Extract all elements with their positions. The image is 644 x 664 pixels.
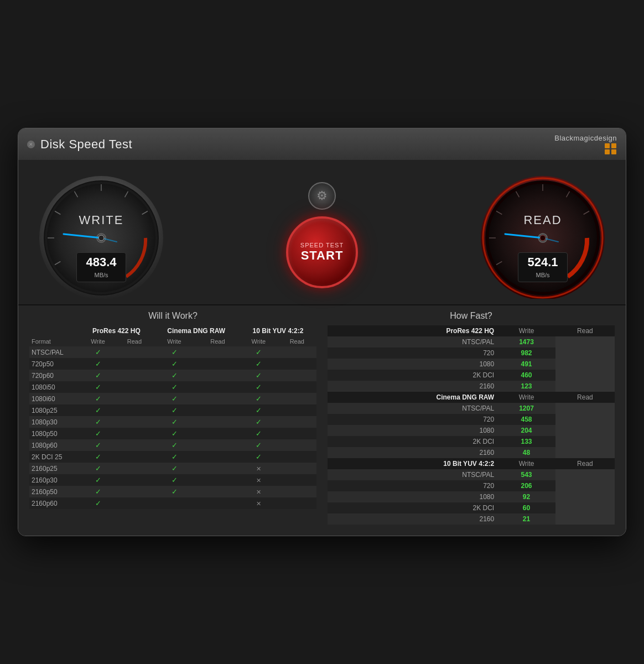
col-sub-prores-r: Read (116, 336, 153, 346)
table-row-cell: ✓ (153, 381, 195, 393)
check-icon: ✓ (95, 429, 101, 438)
how-fast-category-row: ProRes 422 HQWriteRead (328, 325, 615, 336)
check-icon: ✓ (95, 418, 101, 426)
how-fast-row: 108092 (328, 491, 615, 502)
check-icon: ✓ (256, 383, 262, 391)
table-row-cell: ✓ (240, 439, 278, 451)
how-fast-read-header: Read (555, 325, 615, 336)
how-fast-write-value: 491 (497, 359, 555, 370)
col-sub-format: Format (29, 336, 80, 346)
how-fast-format: NTSC/PAL (328, 469, 497, 480)
svg-text:WRITE: WRITE (79, 213, 124, 227)
table-format-cell: 720p50 (29, 358, 80, 370)
table-format-cell: 2160p50 (29, 486, 80, 497)
brand-squares (605, 143, 617, 154)
how-fast-write-value: 458 (497, 414, 555, 425)
how-fast-category-name: ProRes 422 HQ (328, 325, 497, 336)
table-row-cell (196, 370, 240, 381)
table-row-cell (278, 439, 316, 451)
table-row-cell: ✓ (153, 486, 195, 497)
table-row-cell (278, 346, 316, 358)
table-row-cell (196, 474, 240, 486)
how-fast-read-value (555, 347, 615, 359)
check-icon: ✓ (172, 406, 178, 414)
will-it-work-section: Will it Work? ProRes 422 HQ Cinema DNG R… (29, 311, 316, 525)
check-icon: ✓ (172, 383, 178, 391)
table-row-cell (196, 358, 240, 370)
table-format-cell: 1080p50 (29, 428, 80, 439)
how-fast-format: 2160 (328, 447, 497, 458)
check-icon: ✓ (172, 464, 178, 473)
start-button[interactable]: SPEED TEST START (286, 216, 358, 288)
how-fast-category-row: 10 Bit YUV 4:2:2WriteRead (328, 458, 615, 469)
table-row-cell: ✓ (153, 416, 195, 428)
how-fast-read-value (555, 414, 615, 425)
check-icon: ✓ (95, 348, 101, 356)
will-it-work-table: ProRes 422 HQ Cinema DNG RAW 10 Bit YUV … (29, 325, 316, 509)
check-icon: ✓ (95, 464, 101, 473)
table-row-cell (116, 497, 153, 509)
brand-sq-4 (611, 149, 616, 154)
how-fast-write-value: 1207 (497, 403, 555, 414)
read-gauge: READ 524.1 MB/s (476, 172, 609, 299)
read-unit: MB/s (536, 272, 549, 278)
write-gauge: WRITE 483.4 MB/s (35, 172, 168, 299)
how-fast-read-value (555, 403, 615, 414)
table-row-cell (278, 381, 316, 393)
how-fast-format: NTSC/PAL (328, 336, 497, 347)
table-row-cell: ✓ (80, 428, 116, 439)
table-row-cell (196, 497, 240, 509)
how-fast-format: 720 (328, 347, 497, 359)
table-format-cell: 1080i60 (29, 393, 80, 404)
table-row-cell (196, 428, 240, 439)
how-fast-write-value: 21 (497, 513, 555, 525)
table-row-cell: ✓ (80, 416, 116, 428)
data-section: Will it Work? ProRes 422 HQ Cinema DNG R… (18, 305, 626, 536)
table-row-cell (196, 404, 240, 416)
check-icon: ✓ (256, 441, 262, 449)
how-fast-write-header: Write (497, 458, 555, 469)
how-fast-row: 2K DCI133 (328, 436, 615, 447)
how-fast-format: 2160 (328, 381, 497, 392)
brand-sq-3 (605, 149, 610, 154)
table-row-cell (278, 474, 316, 486)
how-fast-read-header: Read (555, 392, 615, 403)
title-bar: ✕ Disk Speed Test Blackmagicdesign (18, 128, 626, 160)
close-button[interactable]: ✕ (27, 141, 35, 148)
table-row-cell: ✕ (240, 474, 278, 486)
how-fast-row: NTSC/PAL1473 (328, 336, 615, 347)
check-icon: ✓ (95, 499, 101, 507)
how-fast-format: 1080 (328, 359, 497, 370)
table-format-cell: 1080p30 (29, 416, 80, 428)
how-fast-read-value (555, 370, 615, 381)
app-window: ✕ Disk Speed Test Blackmagicdesign (18, 128, 626, 536)
write-unit: MB/s (94, 272, 108, 278)
check-icon: ✓ (95, 395, 101, 403)
check-icon: ✓ (256, 348, 262, 356)
settings-button[interactable]: ⚙ (308, 182, 336, 210)
svg-point-30 (540, 235, 546, 241)
col-sub-cdng-w: Write (153, 336, 195, 346)
how-fast-row: NTSC/PAL543 (328, 469, 615, 480)
table-row-cell: ✓ (240, 404, 278, 416)
table-row-cell (278, 393, 316, 404)
check-icon: ✓ (256, 453, 262, 461)
table-format-cell: 2160p60 (29, 497, 80, 509)
cross-icon: ✕ (256, 500, 261, 507)
table-row-cell: ✓ (80, 474, 116, 486)
check-icon: ✓ (172, 371, 178, 380)
check-icon: ✓ (172, 441, 178, 449)
how-fast-read-value (555, 425, 615, 436)
how-fast-write-value: 982 (497, 347, 555, 359)
table-row-cell: ✓ (240, 346, 278, 358)
table-row-cell: ✓ (153, 474, 195, 486)
speed-test-label: SPEED TEST (300, 242, 344, 248)
how-fast-title: How Fast? (328, 311, 615, 321)
table-row-cell (278, 486, 316, 497)
table-row-cell: ✓ (80, 463, 116, 474)
check-icon: ✓ (95, 487, 101, 496)
table-row-cell (196, 451, 240, 463)
check-icon: ✓ (95, 441, 101, 449)
how-fast-section: How Fast? ProRes 422 HQWriteReadNTSC/PAL… (328, 311, 615, 525)
table-row-cell: ✓ (80, 346, 116, 358)
